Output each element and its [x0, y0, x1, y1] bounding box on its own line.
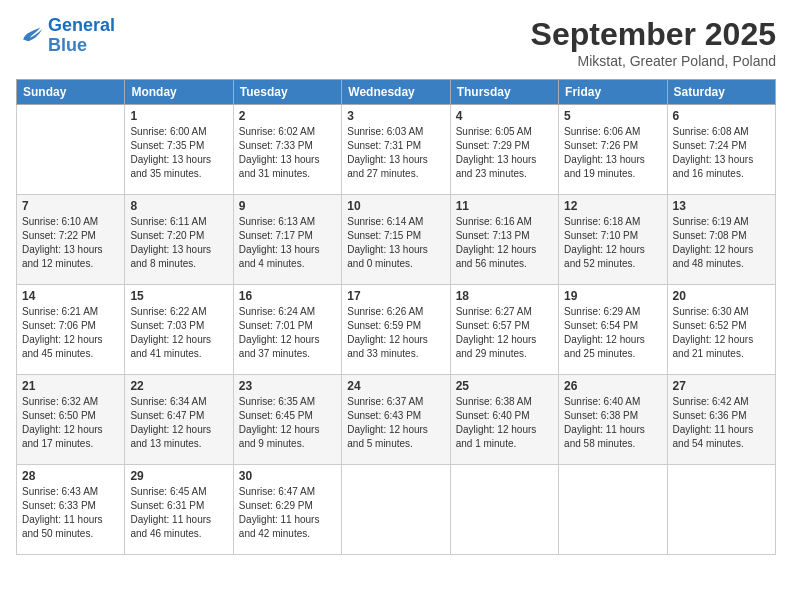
calendar-cell: 12Sunrise: 6:18 AMSunset: 7:10 PMDayligh… — [559, 195, 667, 285]
day-number: 14 — [22, 289, 119, 303]
calendar-cell — [559, 465, 667, 555]
day-info: Sunrise: 6:10 AMSunset: 7:22 PMDaylight:… — [22, 215, 119, 271]
day-number: 7 — [22, 199, 119, 213]
day-number: 13 — [673, 199, 770, 213]
calendar-cell — [17, 105, 125, 195]
day-info: Sunrise: 6:37 AMSunset: 6:43 PMDaylight:… — [347, 395, 444, 451]
day-number: 2 — [239, 109, 336, 123]
day-info: Sunrise: 6:06 AMSunset: 7:26 PMDaylight:… — [564, 125, 661, 181]
calendar-cell: 6Sunrise: 6:08 AMSunset: 7:24 PMDaylight… — [667, 105, 775, 195]
calendar-week-row: 7Sunrise: 6:10 AMSunset: 7:22 PMDaylight… — [17, 195, 776, 285]
page-header: General Blue September 2025 Mikstat, Gre… — [16, 16, 776, 69]
day-info: Sunrise: 6:47 AMSunset: 6:29 PMDaylight:… — [239, 485, 336, 541]
day-number: 21 — [22, 379, 119, 393]
calendar-cell: 22Sunrise: 6:34 AMSunset: 6:47 PMDayligh… — [125, 375, 233, 465]
calendar-cell: 13Sunrise: 6:19 AMSunset: 7:08 PMDayligh… — [667, 195, 775, 285]
day-number: 11 — [456, 199, 553, 213]
day-number: 25 — [456, 379, 553, 393]
day-number: 30 — [239, 469, 336, 483]
header-day: Friday — [559, 80, 667, 105]
day-info: Sunrise: 6:24 AMSunset: 7:01 PMDaylight:… — [239, 305, 336, 361]
logo-text: General Blue — [48, 16, 115, 56]
calendar-cell: 14Sunrise: 6:21 AMSunset: 7:06 PMDayligh… — [17, 285, 125, 375]
day-info: Sunrise: 6:40 AMSunset: 6:38 PMDaylight:… — [564, 395, 661, 451]
calendar-cell: 20Sunrise: 6:30 AMSunset: 6:52 PMDayligh… — [667, 285, 775, 375]
header-day: Saturday — [667, 80, 775, 105]
day-info: Sunrise: 6:19 AMSunset: 7:08 PMDaylight:… — [673, 215, 770, 271]
day-info: Sunrise: 6:13 AMSunset: 7:17 PMDaylight:… — [239, 215, 336, 271]
day-info: Sunrise: 6:35 AMSunset: 6:45 PMDaylight:… — [239, 395, 336, 451]
day-number: 28 — [22, 469, 119, 483]
header-day: Sunday — [17, 80, 125, 105]
location: Mikstat, Greater Poland, Poland — [531, 53, 776, 69]
calendar-cell: 29Sunrise: 6:45 AMSunset: 6:31 PMDayligh… — [125, 465, 233, 555]
day-info: Sunrise: 6:21 AMSunset: 7:06 PMDaylight:… — [22, 305, 119, 361]
calendar-cell: 21Sunrise: 6:32 AMSunset: 6:50 PMDayligh… — [17, 375, 125, 465]
day-info: Sunrise: 6:27 AMSunset: 6:57 PMDaylight:… — [456, 305, 553, 361]
month-title: September 2025 — [531, 16, 776, 53]
calendar-week-row: 21Sunrise: 6:32 AMSunset: 6:50 PMDayligh… — [17, 375, 776, 465]
day-info: Sunrise: 6:16 AMSunset: 7:13 PMDaylight:… — [456, 215, 553, 271]
calendar-cell: 8Sunrise: 6:11 AMSunset: 7:20 PMDaylight… — [125, 195, 233, 285]
day-info: Sunrise: 6:30 AMSunset: 6:52 PMDaylight:… — [673, 305, 770, 361]
day-number: 15 — [130, 289, 227, 303]
day-info: Sunrise: 6:02 AMSunset: 7:33 PMDaylight:… — [239, 125, 336, 181]
day-number: 26 — [564, 379, 661, 393]
day-number: 5 — [564, 109, 661, 123]
day-number: 27 — [673, 379, 770, 393]
day-info: Sunrise: 6:11 AMSunset: 7:20 PMDaylight:… — [130, 215, 227, 271]
calendar-cell — [342, 465, 450, 555]
day-number: 29 — [130, 469, 227, 483]
calendar-cell: 19Sunrise: 6:29 AMSunset: 6:54 PMDayligh… — [559, 285, 667, 375]
calendar-cell: 26Sunrise: 6:40 AMSunset: 6:38 PMDayligh… — [559, 375, 667, 465]
calendar-cell: 2Sunrise: 6:02 AMSunset: 7:33 PMDaylight… — [233, 105, 341, 195]
header-day: Monday — [125, 80, 233, 105]
day-info: Sunrise: 6:18 AMSunset: 7:10 PMDaylight:… — [564, 215, 661, 271]
day-number: 16 — [239, 289, 336, 303]
day-number: 3 — [347, 109, 444, 123]
calendar-cell: 3Sunrise: 6:03 AMSunset: 7:31 PMDaylight… — [342, 105, 450, 195]
calendar-cell: 17Sunrise: 6:26 AMSunset: 6:59 PMDayligh… — [342, 285, 450, 375]
header-row: SundayMondayTuesdayWednesdayThursdayFrid… — [17, 80, 776, 105]
calendar-cell: 7Sunrise: 6:10 AMSunset: 7:22 PMDaylight… — [17, 195, 125, 285]
day-number: 4 — [456, 109, 553, 123]
day-info: Sunrise: 6:34 AMSunset: 6:47 PMDaylight:… — [130, 395, 227, 451]
calendar-table: SundayMondayTuesdayWednesdayThursdayFrid… — [16, 79, 776, 555]
day-info: Sunrise: 6:00 AMSunset: 7:35 PMDaylight:… — [130, 125, 227, 181]
calendar-week-row: 14Sunrise: 6:21 AMSunset: 7:06 PMDayligh… — [17, 285, 776, 375]
day-info: Sunrise: 6:22 AMSunset: 7:03 PMDaylight:… — [130, 305, 227, 361]
logo-icon — [16, 24, 44, 48]
calendar-cell: 28Sunrise: 6:43 AMSunset: 6:33 PMDayligh… — [17, 465, 125, 555]
calendar-cell: 24Sunrise: 6:37 AMSunset: 6:43 PMDayligh… — [342, 375, 450, 465]
calendar-cell: 15Sunrise: 6:22 AMSunset: 7:03 PMDayligh… — [125, 285, 233, 375]
day-info: Sunrise: 6:45 AMSunset: 6:31 PMDaylight:… — [130, 485, 227, 541]
day-number: 8 — [130, 199, 227, 213]
day-info: Sunrise: 6:03 AMSunset: 7:31 PMDaylight:… — [347, 125, 444, 181]
day-number: 20 — [673, 289, 770, 303]
day-info: Sunrise: 6:26 AMSunset: 6:59 PMDaylight:… — [347, 305, 444, 361]
calendar-cell — [450, 465, 558, 555]
day-number: 10 — [347, 199, 444, 213]
calendar-cell — [667, 465, 775, 555]
day-number: 18 — [456, 289, 553, 303]
calendar-cell: 27Sunrise: 6:42 AMSunset: 6:36 PMDayligh… — [667, 375, 775, 465]
day-info: Sunrise: 6:38 AMSunset: 6:40 PMDaylight:… — [456, 395, 553, 451]
calendar-cell: 25Sunrise: 6:38 AMSunset: 6:40 PMDayligh… — [450, 375, 558, 465]
calendar-cell: 16Sunrise: 6:24 AMSunset: 7:01 PMDayligh… — [233, 285, 341, 375]
calendar-cell: 11Sunrise: 6:16 AMSunset: 7:13 PMDayligh… — [450, 195, 558, 285]
day-info: Sunrise: 6:29 AMSunset: 6:54 PMDaylight:… — [564, 305, 661, 361]
logo: General Blue — [16, 16, 115, 56]
calendar-cell: 30Sunrise: 6:47 AMSunset: 6:29 PMDayligh… — [233, 465, 341, 555]
day-number: 22 — [130, 379, 227, 393]
calendar-cell: 5Sunrise: 6:06 AMSunset: 7:26 PMDaylight… — [559, 105, 667, 195]
day-info: Sunrise: 6:08 AMSunset: 7:24 PMDaylight:… — [673, 125, 770, 181]
day-info: Sunrise: 6:14 AMSunset: 7:15 PMDaylight:… — [347, 215, 444, 271]
calendar-cell: 23Sunrise: 6:35 AMSunset: 6:45 PMDayligh… — [233, 375, 341, 465]
calendar-cell: 9Sunrise: 6:13 AMSunset: 7:17 PMDaylight… — [233, 195, 341, 285]
day-info: Sunrise: 6:32 AMSunset: 6:50 PMDaylight:… — [22, 395, 119, 451]
calendar-cell: 1Sunrise: 6:00 AMSunset: 7:35 PMDaylight… — [125, 105, 233, 195]
header-day: Tuesday — [233, 80, 341, 105]
title-area: September 2025 Mikstat, Greater Poland, … — [531, 16, 776, 69]
day-number: 6 — [673, 109, 770, 123]
calendar-week-row: 1Sunrise: 6:00 AMSunset: 7:35 PMDaylight… — [17, 105, 776, 195]
